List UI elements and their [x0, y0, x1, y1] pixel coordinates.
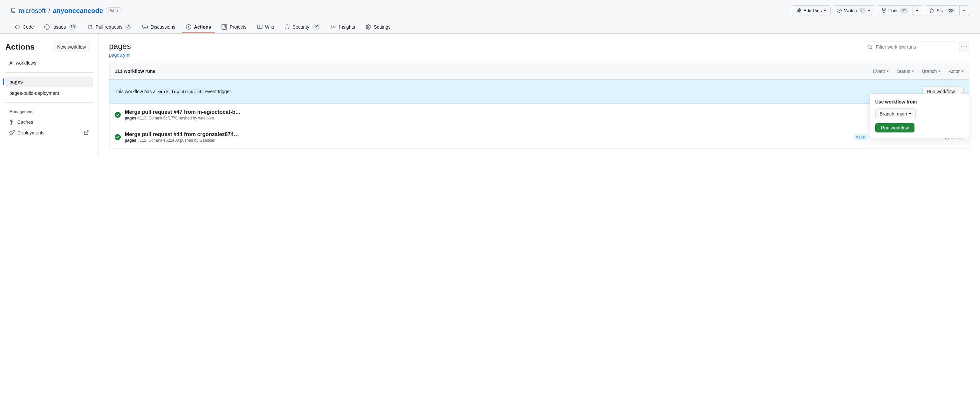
- caches-icon: [9, 119, 14, 125]
- tab-pull-requests[interactable]: Pull requests8: [83, 21, 136, 33]
- dispatch-text: This workflow has a workflow_dispatch ev…: [115, 89, 232, 94]
- graph-icon: [331, 24, 336, 30]
- dispatch-code: workflow_dispatch: [157, 89, 204, 94]
- sidebar-workflow-pages-build-deployment[interactable]: pages-build-deployment: [5, 88, 93, 99]
- new-workflow-button[interactable]: New workflow: [53, 41, 90, 52]
- run-subtitle: pages #113: Commit 6cf1770 pushed by wae…: [125, 116, 873, 121]
- workflow-run-row[interactable]: Merge pull request #47 from m-eg/octocat…: [110, 104, 969, 126]
- caret-icon: [886, 70, 889, 72]
- star-icon: [929, 8, 934, 13]
- repo-icon: [11, 8, 16, 13]
- caret-icon: [912, 70, 914, 72]
- run-title: Merge pull request #44 from crgonzalez87…: [125, 131, 241, 137]
- tab-settings[interactable]: Settings: [361, 22, 395, 33]
- fork-icon: [881, 8, 886, 13]
- rocket-icon: [9, 130, 14, 135]
- run-title: Merge pull request #47 from m-eg/octocat…: [125, 109, 241, 115]
- shield-icon: [285, 24, 290, 30]
- success-icon: [115, 134, 121, 140]
- caret-icon: [868, 10, 870, 11]
- watch-label: Watch: [844, 8, 857, 13]
- deployments-label: Deployments: [17, 130, 45, 135]
- tab-security[interactable]: Security19: [280, 21, 325, 33]
- branch-select-label: Branch: main: [880, 111, 907, 116]
- tab-actions[interactable]: Actions: [182, 22, 215, 33]
- watch-count: 5: [859, 8, 866, 14]
- management-heading: Management: [5, 107, 93, 117]
- pr-icon: [88, 24, 93, 30]
- workflow-run-row[interactable]: Merge pull request #44 from crgonzalez87…: [110, 126, 969, 148]
- search-input-wrapper[interactable]: [863, 41, 956, 52]
- repo-title: microsoft / anyonecancode Public: [11, 7, 122, 14]
- sidebar-all-workflows[interactable]: All workflows: [5, 57, 93, 68]
- owner-link[interactable]: microsoft: [19, 7, 46, 14]
- tab-discussions[interactable]: Discussions: [138, 22, 179, 33]
- sidebar-title: Actions: [5, 42, 35, 52]
- repo-link[interactable]: anyonecancode: [53, 7, 103, 14]
- runs-count: 111 workflow runs: [115, 68, 155, 74]
- tab-insights[interactable]: Insights: [327, 22, 359, 33]
- star-dropdown[interactable]: [960, 5, 969, 16]
- edit-pins-label: Edit Pins: [803, 8, 822, 13]
- caret-icon: [938, 70, 941, 72]
- wiki-icon: [257, 24, 262, 30]
- repo-tabs: Code Issues10 Pull requests8 Discussions…: [11, 21, 969, 33]
- issues-count: 10: [68, 24, 77, 30]
- star-label: Star: [936, 8, 945, 13]
- security-count: 19: [312, 24, 320, 30]
- external-link-icon: [83, 130, 89, 135]
- star-count: 22: [947, 8, 955, 14]
- play-icon: [186, 24, 191, 30]
- fork-dropdown[interactable]: [912, 5, 922, 16]
- caret-icon: [909, 113, 912, 115]
- sidebar-deployments[interactable]: Deployments: [5, 127, 93, 138]
- pin-icon: [796, 8, 801, 13]
- caret-icon: [963, 10, 966, 11]
- fork-button[interactable]: Fork 41: [877, 5, 912, 16]
- success-icon: [115, 112, 121, 118]
- fork-count: 41: [900, 8, 908, 14]
- pulls-count: 8: [125, 24, 132, 30]
- visibility-badge: Public: [106, 7, 122, 14]
- caret-icon: [916, 10, 918, 11]
- caches-label: Caches: [17, 119, 33, 125]
- more-button[interactable]: [959, 41, 969, 52]
- run-workflow-popover: Use workflow from Branch: main Run workf…: [870, 94, 969, 138]
- search-icon: [867, 44, 873, 49]
- branch-select[interactable]: Branch: main: [875, 108, 916, 119]
- search-input[interactable]: [875, 44, 952, 50]
- sidebar-caches[interactable]: Caches: [5, 117, 93, 127]
- separator: /: [48, 7, 50, 14]
- star-button[interactable]: Star 22: [925, 5, 960, 16]
- eye-icon: [837, 8, 842, 13]
- workflow-file-link[interactable]: pages.yml: [109, 52, 130, 57]
- filter-status[interactable]: Status: [897, 68, 914, 74]
- code-icon: [14, 24, 20, 30]
- fork-label: Fork: [889, 8, 898, 13]
- filter-branch[interactable]: Branch: [922, 68, 941, 74]
- kebab-icon: [961, 44, 967, 49]
- workflow-title: pages: [109, 41, 131, 51]
- filter-event[interactable]: Event: [873, 68, 889, 74]
- gear-icon: [366, 24, 371, 30]
- watch-button[interactable]: Watch 5: [833, 5, 874, 16]
- tab-wiki[interactable]: Wiki: [253, 22, 278, 33]
- edit-pins-button[interactable]: Edit Pins: [792, 5, 830, 16]
- run-workflow-submit[interactable]: Run workflow: [875, 123, 915, 132]
- popover-heading: Use workflow from: [875, 99, 964, 105]
- caret-icon: [824, 10, 826, 11]
- issue-icon: [44, 24, 49, 30]
- tab-projects[interactable]: Projects: [218, 22, 250, 33]
- tab-code[interactable]: Code: [11, 22, 38, 33]
- sidebar-workflow-pages[interactable]: pages: [5, 76, 93, 87]
- discussions-icon: [142, 24, 148, 30]
- branch-label[interactable]: main: [854, 134, 867, 140]
- projects-icon: [221, 24, 227, 30]
- run-subtitle: pages #112: Commit e522e08 pushed by wae…: [125, 138, 850, 143]
- filter-actor[interactable]: Actor: [949, 68, 964, 74]
- caret-icon: [961, 70, 964, 72]
- tab-issues[interactable]: Issues10: [40, 21, 81, 33]
